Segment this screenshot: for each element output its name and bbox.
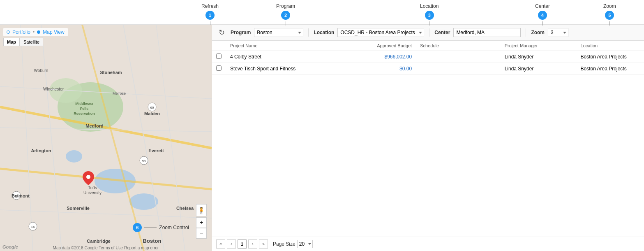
budget-1: $966,002.00 (361, 51, 416, 63)
svg-text:Winchester: Winchester (43, 87, 64, 91)
schedule-2 (416, 63, 500, 75)
annotation-program: Program 2 (276, 3, 295, 26)
annotation-center: Center 4 (535, 3, 550, 26)
zoom-out-button[interactable]: − (196, 228, 207, 239)
col-header-location[interactable]: Location (577, 41, 644, 51)
nav-links: Portfolio • Map View (3, 28, 68, 36)
map-tab[interactable]: Map (3, 38, 20, 46)
schedule-1 (416, 51, 500, 63)
main-content: Portfolio • Map View Map Satellite (0, 25, 644, 251)
street-view-icon[interactable]: 🧍 (196, 204, 207, 216)
svg-text:Tufts: Tufts (88, 186, 97, 190)
current-page-button[interactable]: 1 (238, 239, 247, 249)
svg-text:Everett: Everett (148, 148, 164, 153)
svg-text:Woburn: Woburn (34, 68, 48, 73)
nav-separator: • (33, 29, 35, 35)
col-header-budget[interactable]: Approved Budget (361, 41, 416, 51)
svg-text:Fells: Fells (80, 107, 89, 111)
annotation-program-label: Program (276, 3, 295, 9)
map-footer: Map data ©2016 Google Terms of Use Repor… (53, 246, 159, 250)
table-container: Project Name Approved Budget Schedule Pr… (212, 41, 644, 237)
pagination-bar: « ‹ 1 › » Page Size 20 (212, 237, 644, 251)
annotation-zoom-badge: 5 (605, 11, 614, 20)
zoom-in-button[interactable]: + (196, 217, 207, 228)
center-input[interactable] (453, 28, 521, 37)
location-1: Boston Area Projects (577, 51, 644, 63)
row-checkbox-1[interactable] (216, 53, 222, 59)
center-label: Center (434, 30, 450, 35)
location-label: Location (314, 30, 334, 35)
svg-text:99: 99 (142, 159, 146, 163)
toolbar-divider-1 (308, 28, 309, 37)
manager-2: Linda Snyder (501, 63, 577, 75)
program-select[interactable]: Boston (254, 28, 303, 37)
mapview-dot (37, 30, 40, 34)
satellite-tab[interactable]: Satellite (20, 38, 43, 46)
project-name-2: Steve Tisch Sport and Fitness (226, 63, 361, 75)
data-table: Project Name Approved Budget Schedule Pr… (212, 41, 644, 75)
annotation-location: Location 3 (420, 3, 439, 26)
annotation-refresh: Refresh 1 (201, 3, 219, 26)
svg-text:Belmont: Belmont (12, 193, 30, 198)
first-page-button[interactable]: « (216, 239, 225, 249)
portfolio-link[interactable]: Portfolio (12, 29, 30, 35)
map-type-toggle: Map Satellite (3, 38, 43, 46)
google-logo: Google (2, 244, 18, 249)
annotation-line (144, 228, 157, 228)
toolbar-divider-3 (526, 28, 526, 37)
svg-point-42 (86, 175, 90, 179)
prev-page-button[interactable]: ‹ (227, 239, 236, 249)
map-view-link[interactable]: Map View (43, 29, 64, 35)
budget-2: $0.00 (361, 63, 416, 75)
table-row: Steve Tisch Sport and Fitness $0.00 Lind… (212, 63, 644, 75)
annotation-program-badge: 2 (281, 11, 290, 20)
annotation-center-label: Center (535, 3, 550, 9)
refresh-button[interactable]: ↻ (216, 27, 227, 38)
location-select[interactable]: OCSD_HR - Boston Area Projects (337, 28, 424, 37)
svg-text:University: University (83, 191, 102, 195)
col-header-manager[interactable]: Project Manager (501, 41, 577, 51)
map-controls: 🧍 + − (196, 204, 207, 239)
zoom-control-badge: 6 (133, 223, 142, 232)
next-page-button[interactable]: › (248, 239, 257, 249)
svg-text:60: 60 (150, 106, 154, 109)
project-name-1: 4 Colby Street (226, 51, 361, 63)
zoom-control-label: Zoom Control (159, 225, 189, 230)
annotation-bar: Refresh 1 Program 2 Location 3 Center 4 … (0, 0, 644, 25)
toolbar: ↻ Program Boston Location OCSD_HR - Bost… (212, 25, 644, 41)
annotation-location-label: Location (420, 3, 439, 9)
svg-text:Chelsea: Chelsea (176, 206, 194, 211)
table-body: 4 Colby Street $966,002.00 Linda Snyder … (212, 51, 644, 75)
svg-text:Medford: Medford (85, 123, 103, 128)
svg-text:Boston: Boston (143, 238, 162, 244)
portfolio-dot (7, 30, 10, 34)
svg-text:Reservation: Reservation (74, 112, 95, 116)
annotation-center-badge: 4 (538, 11, 547, 20)
last-page-button[interactable]: » (259, 239, 268, 249)
annotation-zoom-label: Zoom (603, 3, 616, 9)
svg-text:Malden: Malden (144, 111, 160, 116)
location-2: Boston Area Projects (577, 63, 644, 75)
svg-text:Arlington: Arlington (31, 148, 51, 153)
row-checkbox-2[interactable] (216, 65, 222, 71)
zoom-select[interactable]: 3 (548, 28, 568, 37)
col-header-project[interactable]: Project Name (226, 41, 361, 51)
svg-text:Melrose: Melrose (113, 91, 126, 95)
annotation-refresh-label: Refresh (201, 3, 219, 9)
svg-point-5 (66, 150, 82, 163)
table-row: 4 Colby Street $966,002.00 Linda Snyder … (212, 51, 644, 63)
col-header-schedule[interactable]: Schedule (416, 41, 500, 51)
annotation-location-badge: 3 (425, 11, 434, 20)
svg-text:Middlesex: Middlesex (75, 102, 93, 106)
annotation-zoom: Zoom 5 (603, 3, 616, 26)
page-size-label: Page Size (273, 241, 295, 247)
col-header-checkbox (212, 41, 226, 51)
zoom-control-annotation: 6 Zoom Control (133, 223, 189, 232)
svg-text:Stoneham: Stoneham (100, 70, 122, 75)
table-header-row: Project Name Approved Budget Schedule Pr… (212, 41, 644, 51)
page-size-select[interactable]: 20 (297, 240, 313, 248)
svg-text:Somerville: Somerville (67, 206, 90, 211)
program-label: Program (231, 30, 251, 35)
manager-1: Linda Snyder (501, 51, 577, 63)
zoom-label: Zoom (531, 30, 545, 35)
